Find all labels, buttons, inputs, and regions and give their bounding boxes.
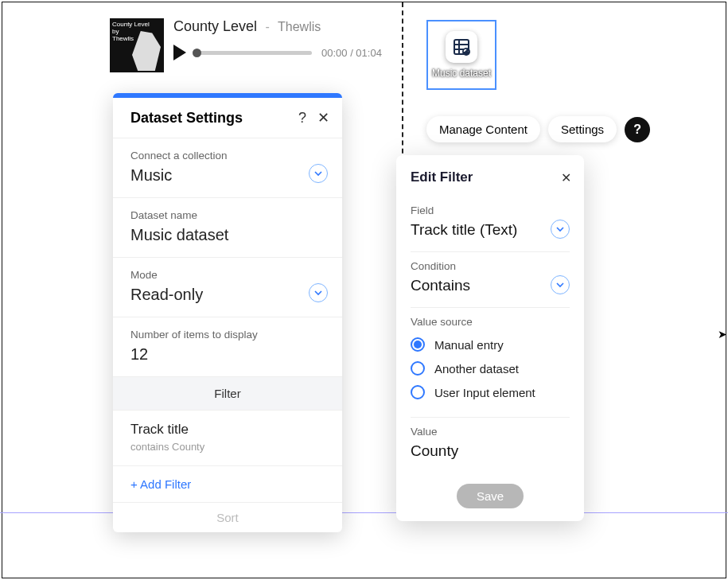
field-value: Contains [411,277,570,294]
field-value: 12 [130,345,325,364]
time-display: 00:00 / 01:04 [321,47,382,59]
value-source-group: Value source Manual entry Another datase… [396,308,584,417]
panel-title: Dataset Settings [130,110,287,127]
field-label: Number of items to display [130,329,325,341]
cover-text: by [112,28,162,35]
settings-button[interactable]: Settings [548,116,617,142]
panel-help-icon[interactable]: ? [298,110,306,127]
chevron-down-icon[interactable] [551,275,570,294]
filter-field: Track title [130,422,325,438]
panel-title: Edit Filter [411,169,561,185]
radio-icon [411,361,425,376]
radio-label: User Input element [434,386,535,399]
svg-point-4 [462,48,470,56]
play-icon[interactable] [173,45,186,60]
sort-section-header: Sort [113,503,342,532]
title-separator: - [266,20,270,33]
filter-value-field[interactable]: Value County [396,418,584,473]
panel-close-icon[interactable]: ✕ [317,109,329,127]
field-label: Value source [411,316,570,328]
radio-user-input-element[interactable]: User Input element [411,380,570,404]
condition-select[interactable]: Condition Contains [396,252,584,307]
add-filter-button[interactable]: + Add Filter [113,466,342,503]
radio-icon [411,337,425,352]
dataset-settings-panel: Dataset Settings ? ✕ Connect a collectio… [113,93,342,532]
field-value: Track title (Text) [411,221,570,239]
radio-icon [411,385,425,399]
manage-content-button[interactable]: Manage Content [426,116,540,142]
filter-item[interactable]: Track title contains County [113,411,342,466]
dataset-icon [446,31,477,63]
chevron-down-icon[interactable] [551,220,570,239]
items-count-field[interactable]: Number of items to display 12 [113,317,342,377]
close-icon[interactable]: ✕ [561,170,571,185]
progress-track[interactable] [196,51,312,55]
mode-field[interactable]: Mode Read-only [113,258,342,317]
field-label: Value [411,426,570,438]
connect-collection-field[interactable]: Connect a collection Music [113,138,342,198]
field-value: County [411,442,570,460]
edit-filter-panel: Edit Filter ✕ Field Track title (Text) C… [396,155,584,521]
audio-player: County Level by Thewlis County Level - T… [110,18,382,72]
chevron-down-icon[interactable] [309,283,328,302]
field-value: Music dataset [130,226,325,244]
chevron-down-icon[interactable] [309,164,328,183]
field-label: Mode [130,269,325,281]
progress-knob[interactable] [193,49,201,57]
filter-field-select[interactable]: Field Track title (Text) [396,197,584,251]
radio-another-dataset[interactable]: Another dataset [411,356,570,380]
track-artist: Thewlis [278,20,321,33]
help-button[interactable]: ? [625,117,650,142]
track-title: County Level [173,18,257,34]
filter-summary: contains County [130,441,325,453]
field-label: Field [411,204,570,216]
svg-point-5 [467,49,469,51]
cover-text: County Level [112,21,162,28]
field-label: Connect a collection [130,150,325,162]
dataset-element-label: Music dataset [432,68,491,79]
save-button[interactable]: Save [457,484,524,508]
album-cover: County Level by Thewlis [110,18,164,72]
radio-label: Another dataset [434,362,519,376]
field-label: Dataset name [130,209,325,221]
filter-section-header: Filter [113,377,342,411]
radio-label: Manual entry [434,338,504,352]
dataset-name-field[interactable]: Dataset name Music dataset [113,198,342,258]
dataset-element[interactable]: Music dataset [426,20,496,90]
field-value: Read-only [130,286,325,304]
radio-manual-entry[interactable]: Manual entry [411,333,570,356]
field-value: Music [130,166,325,185]
field-label: Condition [411,260,570,272]
